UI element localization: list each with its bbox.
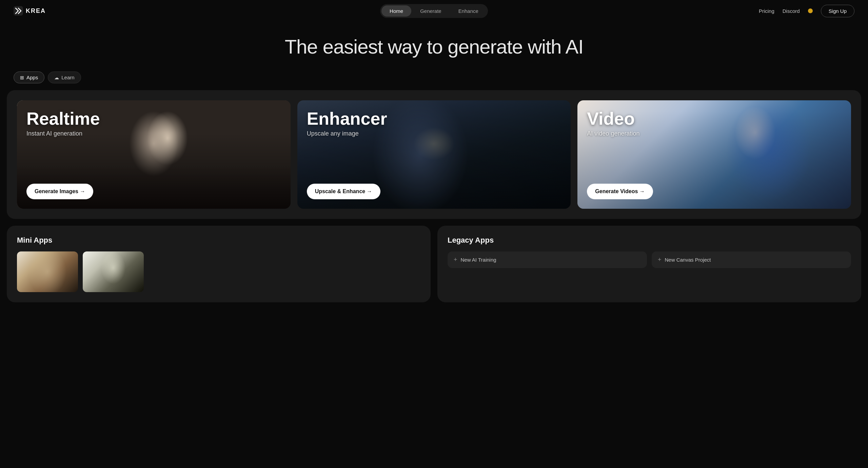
mini-apps-title: Mini Apps <box>17 236 420 245</box>
filter-tab-learn[interactable]: ☁ Learn <box>48 72 81 83</box>
card-video-text: Video AI video generation <box>587 110 842 137</box>
legacy-apps-title: Legacy Apps <box>448 236 851 245</box>
upscale-enhance-button[interactable]: Upscale & Enhance → <box>307 184 380 199</box>
card-enhancer-text: Enhancer Upscale any image <box>307 110 561 137</box>
mini-app-thumb-1[interactable] <box>17 251 78 292</box>
legacy-item-ai-training-label: New AI Training <box>461 257 496 263</box>
plus-icon-canvas: + <box>658 256 662 263</box>
legacy-apps-section: Legacy Apps + New AI Training + New Canv… <box>437 226 861 302</box>
nav-tab-enhance[interactable]: Enhance <box>450 5 487 17</box>
legacy-items: + New AI Training + New Canvas Project <box>448 251 851 268</box>
mini-apps-section: Mini Apps <box>7 226 431 302</box>
krea-logo-icon <box>14 6 23 16</box>
card-realtime-text: Realtime Instant AI generation <box>26 110 281 137</box>
main-cards-section: Realtime Instant AI generation Generate … <box>7 90 861 219</box>
apps-icon: ⊞ <box>20 75 24 80</box>
learn-icon: ☁ <box>54 75 59 80</box>
card-enhancer-content: Enhancer Upscale any image Upscale & Enh… <box>297 100 571 209</box>
sign-up-button[interactable]: Sign Up <box>821 5 854 17</box>
hero-section: The easiest way to generate with AI <box>0 22 868 68</box>
mini-app-thumb-2[interactable] <box>83 251 144 292</box>
plus-icon-ai-training: + <box>454 256 457 263</box>
generate-videos-button[interactable]: Generate Videos → <box>587 184 653 199</box>
card-enhancer-title: Enhancer <box>307 110 561 127</box>
discord-link[interactable]: Discord <box>783 8 800 14</box>
logo-text: KREA <box>26 7 46 15</box>
status-indicator <box>808 8 813 13</box>
card-realtime-subtitle: Instant AI generation <box>26 130 281 137</box>
mini-apps-grid <box>17 251 420 292</box>
card-realtime-title: Realtime <box>26 110 281 127</box>
legacy-item-ai-training[interactable]: + New AI Training <box>448 251 647 268</box>
card-video-title: Video <box>587 110 842 127</box>
filter-tab-apps-label: Apps <box>26 75 38 80</box>
legacy-item-canvas-label: New Canvas Project <box>665 257 711 263</box>
card-video-subtitle: AI video generation <box>587 130 842 137</box>
nav-tab-home[interactable]: Home <box>381 5 411 17</box>
filter-tab-learn-label: Learn <box>61 75 74 80</box>
header-nav: Home Generate Enhance <box>380 4 488 18</box>
filter-tab-apps[interactable]: ⊞ Apps <box>14 72 44 83</box>
generate-images-button[interactable]: Generate Images → <box>26 184 93 199</box>
bottom-sections: Mini Apps Legacy Apps + New AI Training … <box>7 226 861 302</box>
header-right: Pricing Discord Sign Up <box>759 5 854 17</box>
card-enhancer[interactable]: Enhancer Upscale any image Upscale & Enh… <box>297 100 571 209</box>
pricing-link[interactable]: Pricing <box>759 8 774 14</box>
hero-title: The easiest way to generate with AI <box>0 35 868 58</box>
card-video[interactable]: Video AI video generation Generate Video… <box>577 100 851 209</box>
legacy-item-canvas-project[interactable]: + New Canvas Project <box>652 251 851 268</box>
card-realtime-content: Realtime Instant AI generation Generate … <box>17 100 291 209</box>
nav-tab-generate[interactable]: Generate <box>412 5 450 17</box>
card-video-content: Video AI video generation Generate Video… <box>577 100 851 209</box>
header: KREA Home Generate Enhance Pricing Disco… <box>0 0 868 22</box>
card-realtime[interactable]: Realtime Instant AI generation Generate … <box>17 100 291 209</box>
card-enhancer-subtitle: Upscale any image <box>307 130 561 137</box>
header-left: KREA <box>14 6 46 16</box>
filter-tabs: ⊞ Apps ☁ Learn <box>0 68 868 90</box>
